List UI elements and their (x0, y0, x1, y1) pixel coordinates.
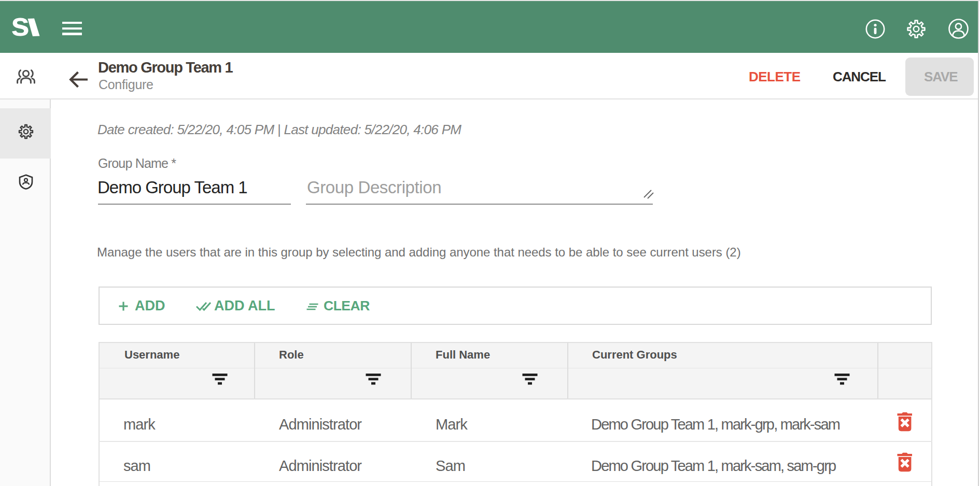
svg-text:s: s (11, 10, 30, 39)
